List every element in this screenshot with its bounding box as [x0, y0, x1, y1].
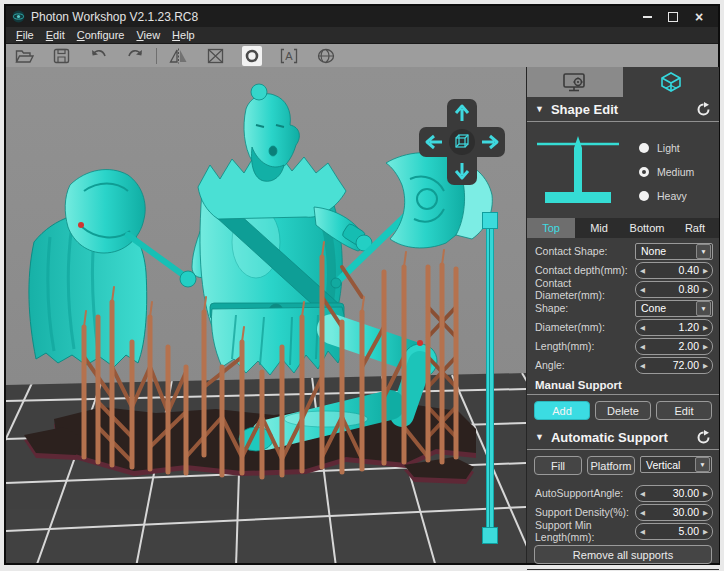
angle-spinner[interactable]: ◀ 72.00 ▶	[635, 357, 713, 374]
menu-configure[interactable]: Configure	[71, 29, 131, 41]
refresh-icon[interactable]	[696, 430, 711, 445]
mirror-icon[interactable]	[168, 46, 188, 66]
subtab-raft[interactable]: Raft	[671, 218, 719, 238]
collapse-triangle-icon[interactable]: ▼	[535, 104, 544, 114]
refresh-icon[interactable]	[696, 102, 711, 117]
tab-slice-settings[interactable]	[623, 67, 719, 97]
spinner-decrease-icon[interactable]: ◀	[636, 282, 649, 297]
auto-support-buttons: Fill Platform Vertical ▼	[527, 452, 719, 480]
spinner-increase-icon[interactable]: ▶	[699, 524, 712, 539]
menu-bar: File Edit Configure View Help	[6, 27, 718, 44]
app-window: Photon Workshop V2.1.23.RC8 × File Edit …	[4, 4, 720, 565]
support-section-tabs: Top Mid Bottom Raft	[527, 218, 719, 238]
spinner-decrease-icon[interactable]: ◀	[636, 320, 649, 335]
field-row: Contact Diameter(mm): ◀ 0.80 ▶	[535, 280, 713, 298]
menu-view[interactable]: View	[130, 29, 166, 41]
density-option-medium[interactable]: Medium	[639, 166, 711, 178]
rotate-up-arrow[interactable]	[450, 101, 474, 125]
shape-dropdown[interactable]: Cone ▼	[635, 300, 713, 317]
automatic-support-header[interactable]: ▼ Automatic Support	[527, 425, 719, 449]
spinner-increase-icon[interactable]: ▶	[699, 358, 712, 373]
remove-supports-row: Remove all supports	[527, 541, 719, 569]
spinner-increase-icon[interactable]: ▶	[699, 282, 712, 297]
tab-machine-settings[interactable]	[527, 67, 623, 97]
rotate-right-arrow[interactable]	[478, 130, 502, 154]
density-option-light[interactable]: Light	[639, 142, 711, 154]
length-spinner[interactable]: ◀ 2.00 ▶	[635, 338, 713, 355]
spinner-increase-icon[interactable]: ▶	[699, 263, 712, 278]
delete-support-button[interactable]: Delete	[595, 401, 651, 420]
rotate-left-arrow[interactable]	[422, 130, 446, 154]
dropdown-arrow-icon[interactable]: ▼	[696, 301, 711, 316]
subtab-mid[interactable]: Mid	[575, 218, 623, 238]
spinner-decrease-icon[interactable]: ◀	[636, 486, 649, 501]
model-left-hand	[180, 271, 196, 287]
divider	[527, 394, 719, 395]
slider-bottom-handle[interactable]	[482, 527, 498, 544]
sphere-view-icon[interactable]	[316, 46, 336, 66]
spinner-increase-icon[interactable]: ▶	[699, 339, 712, 354]
diameter-spinner[interactable]: ◀ 1.20 ▶	[635, 319, 713, 336]
save-file-icon[interactable]	[51, 46, 71, 66]
subtab-top[interactable]: Top	[527, 218, 575, 238]
contact-depth-spinner[interactable]: ◀ 0.40 ▶	[635, 262, 713, 279]
menu-edit[interactable]: Edit	[40, 29, 71, 41]
contact-diameter-spinner[interactable]: ◀ 0.80 ▶	[635, 281, 713, 298]
undo-icon[interactable]	[88, 46, 108, 66]
text-tool-icon[interactable]: A	[279, 46, 299, 66]
platform-button[interactable]: Platform	[587, 456, 635, 475]
contact-shape-dropdown[interactable]: None ▼	[635, 243, 713, 260]
field-row: AutoSupportAngle: ◀ 30.00 ▶	[535, 484, 713, 502]
spinner-decrease-icon[interactable]: ◀	[636, 358, 649, 373]
menu-help[interactable]: Help	[166, 29, 201, 41]
spinner-increase-icon[interactable]: ▶	[699, 486, 712, 501]
remove-all-supports-button[interactable]: Remove all supports	[534, 545, 712, 564]
window-title: Photon Workshop V2.1.23.RC8	[31, 10, 198, 24]
spinner-decrease-icon[interactable]: ◀	[636, 339, 649, 354]
support-preview-row: Light Medium Heavy	[527, 124, 719, 218]
auto-support-angle-spinner[interactable]: ◀ 30.00 ▶	[635, 485, 713, 502]
support-density-spinner[interactable]: ◀ 30.00 ▶	[635, 504, 713, 521]
redo-icon[interactable]	[125, 46, 145, 66]
density-option-heavy[interactable]: Heavy	[639, 190, 711, 202]
model-mouth	[269, 146, 277, 156]
subtab-bottom[interactable]: Bottom	[623, 218, 671, 238]
toolbar: A	[6, 44, 718, 67]
field-row: Support Min Length(mm): ◀ 5.00 ▶	[535, 522, 713, 540]
spinner-increase-icon[interactable]: ▶	[699, 505, 712, 520]
edit-support-button[interactable]: Edit	[656, 401, 712, 420]
panel-tab-bar	[527, 67, 719, 97]
collapse-triangle-icon[interactable]: ▼	[535, 432, 544, 442]
spinner-decrease-icon[interactable]: ◀	[636, 524, 649, 539]
dropdown-arrow-icon[interactable]: ▼	[695, 457, 710, 472]
panel-empty-area	[527, 569, 719, 570]
minimize-button[interactable]	[634, 9, 660, 25]
spinner-decrease-icon[interactable]: ◀	[636, 263, 649, 278]
viewport-3d[interactable]	[6, 67, 526, 563]
shape-edit-header[interactable]: ▼ Shape Edit	[527, 97, 719, 121]
spinner-decrease-icon[interactable]: ◀	[636, 505, 649, 520]
add-support-button[interactable]: Add	[534, 401, 590, 420]
maximize-button[interactable]	[660, 9, 686, 25]
settings-panel: ▼ Shape Edit Light	[526, 67, 719, 563]
slider-top-handle[interactable]	[482, 212, 498, 229]
field-row: Shape: Cone ▼	[535, 299, 713, 317]
title-bar: Photon Workshop V2.1.23.RC8 ×	[6, 6, 718, 27]
direction-dropdown[interactable]: Vertical ▼	[640, 456, 712, 473]
slider-track[interactable]	[486, 218, 494, 540]
spinner-increase-icon[interactable]: ▶	[699, 320, 712, 335]
manual-support-buttons: Add Delete Edit	[527, 397, 719, 425]
rotate-down-arrow[interactable]	[450, 159, 474, 183]
open-file-icon[interactable]	[14, 46, 34, 66]
close-button[interactable]: ×	[686, 9, 712, 25]
support-min-length-spinner[interactable]: ◀ 5.00 ▶	[635, 523, 713, 540]
scale-icon[interactable]	[205, 46, 225, 66]
app-icon	[12, 10, 25, 23]
dropdown-arrow-icon[interactable]: ▼	[696, 244, 711, 259]
menu-file[interactable]: File	[10, 29, 40, 41]
field-label: Contact Shape:	[535, 245, 635, 257]
render-view-icon[interactable]	[242, 46, 262, 66]
field-label: Contact depth(mm):	[535, 264, 635, 276]
fill-button[interactable]: Fill	[534, 456, 582, 475]
orientation-cube-icon[interactable]	[449, 129, 475, 155]
